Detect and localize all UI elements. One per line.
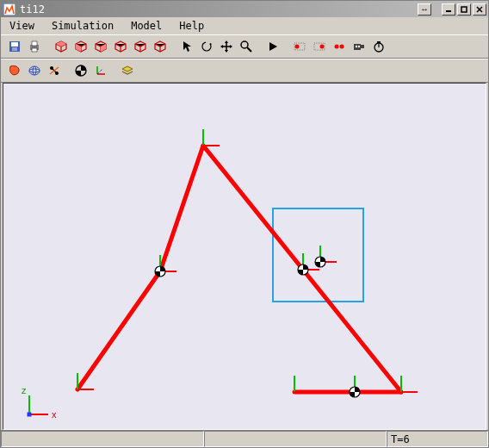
scene-svg: x z	[3, 84, 486, 425]
main-toolbar	[1, 34, 488, 59]
menu-simulation[interactable]: Simulation	[46, 18, 119, 34]
iso-view-2-icon[interactable]	[71, 37, 90, 56]
iso-view-1-icon[interactable]	[51, 37, 71, 56]
svg-rect-3	[461, 7, 467, 12]
menu-view[interactable]: View	[4, 18, 40, 34]
layers-icon[interactable]	[117, 61, 137, 80]
svg-point-16	[294, 45, 299, 49]
print-icon[interactable]	[24, 37, 44, 56]
select-icon[interactable]	[176, 37, 196, 56]
x-axis-label: x	[52, 409, 57, 420]
app-window: ti12 ↔ View Simulation Model Help	[0, 0, 489, 448]
app-icon	[3, 3, 16, 16]
pan-icon[interactable]	[216, 37, 236, 56]
record-fwd-icon[interactable]	[309, 37, 329, 56]
iso-view-3-icon[interactable]	[90, 37, 110, 56]
view-toolbar	[1, 59, 488, 83]
svg-line-38	[97, 69, 102, 74]
titlebar: ti12 ↔	[1, 1, 488, 17]
svg-rect-11	[32, 48, 37, 52]
menu-help[interactable]: Help	[174, 18, 209, 34]
shaded-icon[interactable]	[4, 61, 24, 80]
mechanism-links	[77, 146, 401, 392]
svg-line-40	[160, 146, 203, 271]
svg-point-22	[355, 46, 356, 47]
svg-point-18	[319, 45, 324, 49]
window-title: ti12	[20, 3, 416, 16]
svg-line-14	[247, 47, 251, 52]
svg-point-29	[29, 69, 40, 72]
joints-icon[interactable]	[44, 61, 64, 80]
com-icon[interactable]	[71, 61, 90, 80]
svg-point-23	[357, 46, 359, 47]
maximize-button[interactable]	[457, 3, 471, 16]
frames-icon[interactable]	[90, 61, 110, 80]
zoom-icon[interactable]	[236, 37, 256, 56]
play-icon[interactable]	[263, 37, 282, 56]
joint-frames	[77, 129, 418, 392]
rotate-icon[interactable]	[196, 37, 216, 56]
resize-button[interactable]: ↔	[418, 3, 431, 16]
iso-view-5-icon[interactable]	[130, 37, 150, 56]
world-axes-indicator: x z	[22, 385, 57, 420]
timer-icon[interactable]	[368, 37, 388, 56]
minimize-button[interactable]	[442, 3, 455, 16]
svg-point-12	[202, 42, 211, 51]
save-icon[interactable]	[4, 37, 24, 56]
record-toggle-icon[interactable]	[329, 37, 349, 56]
svg-rect-27	[377, 41, 381, 43]
viewport-canvas[interactable]: x z	[3, 83, 486, 430]
svg-rect-10	[32, 41, 37, 46]
iso-view-6-icon[interactable]	[150, 37, 170, 56]
menu-model[interactable]: Model	[126, 18, 167, 34]
menubar: View Simulation Model Help	[1, 17, 488, 34]
record-back-icon[interactable]	[289, 37, 309, 56]
svg-rect-7	[11, 42, 18, 47]
svg-rect-24	[361, 45, 364, 48]
svg-rect-8	[12, 47, 17, 51]
status-cell-1	[1, 431, 204, 447]
z-axis-label: z	[22, 385, 27, 395]
svg-point-30	[33, 66, 36, 75]
status-time: T=6	[387, 431, 488, 447]
camera-icon[interactable]	[349, 37, 368, 56]
status-cell-2	[204, 431, 387, 447]
statusbar: T=6	[1, 430, 488, 447]
svg-point-19	[334, 45, 338, 49]
iso-view-4-icon[interactable]	[110, 37, 130, 56]
svg-line-39	[77, 271, 160, 389]
svg-point-20	[339, 45, 344, 49]
close-button[interactable]	[473, 3, 486, 16]
svg-rect-66	[28, 413, 32, 417]
joint-markers	[155, 257, 360, 397]
svg-point-13	[241, 41, 248, 48]
svg-point-28	[29, 66, 40, 75]
wireframe-icon[interactable]	[24, 61, 44, 80]
svg-line-42	[303, 270, 401, 392]
